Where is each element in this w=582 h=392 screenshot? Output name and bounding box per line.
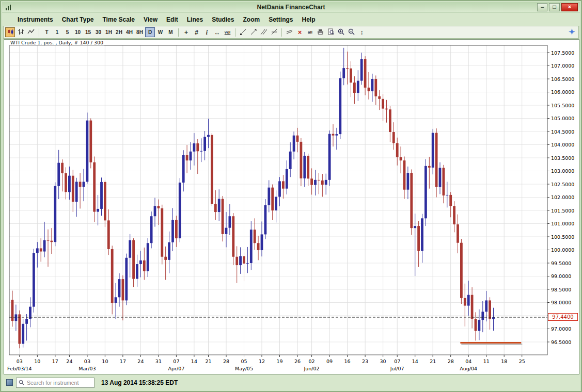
search-icon	[19, 378, 24, 387]
menu-settings[interactable]: Settings	[269, 16, 293, 23]
timeframe-4h-button[interactable]: 4H	[124, 27, 134, 37]
svg-text:02: 02	[309, 358, 315, 364]
svg-text:16: 16	[344, 358, 351, 364]
timeframe-daily-button[interactable]: D	[145, 27, 155, 37]
menu-edit[interactable]: Edit	[166, 16, 178, 23]
print-button[interactable]	[316, 27, 325, 37]
timeframe-15min-button[interactable]: 15	[83, 27, 93, 37]
parallel-lines-icon	[286, 29, 293, 36]
favorites-button[interactable]	[567, 27, 577, 37]
zoom-in-button[interactable]	[336, 27, 346, 37]
draw-ray-button[interactable]	[248, 27, 258, 37]
timeframe-1min-button[interactable]: 1	[52, 27, 62, 37]
svg-text:18: 18	[501, 358, 507, 364]
info-button[interactable]: i	[202, 27, 212, 37]
svg-text:14: 14	[412, 358, 418, 364]
menu-help[interactable]: Help	[302, 16, 315, 23]
current-price-tag: 97.4400	[548, 313, 578, 321]
ohlc-bars-chart-button[interactable]	[15, 27, 25, 37]
svg-text:97.0000: 97.0000	[551, 326, 571, 332]
ray-icon	[250, 29, 257, 36]
menu-chart-type[interactable]: Chart Type	[62, 16, 94, 23]
menu-zoom[interactable]: Zoom	[243, 16, 260, 23]
svg-text:28: 28	[448, 358, 454, 364]
horizontal-expand-button[interactable]: ↔	[212, 27, 222, 37]
crosshair-button[interactable]: +	[181, 27, 191, 37]
svg-text:99.5000: 99.5000	[551, 260, 571, 266]
price-chart[interactable]: 96.500097.000097.500098.000098.500099.00…	[4, 40, 579, 374]
svg-text:05: 05	[241, 358, 247, 364]
grid-toggle-button[interactable]: #	[192, 27, 201, 37]
auto-scale-button[interactable]: ↕	[357, 27, 367, 37]
show-all-icon: all	[308, 30, 312, 35]
volume-button[interactable]: vol	[223, 27, 232, 37]
chart-panel: WTI Crude 1. pos. , Daily, # 140 / 300 9…	[4, 39, 579, 374]
timeframe-tick-button[interactable]: T	[42, 27, 52, 37]
svg-text:03: 03	[84, 358, 90, 364]
timeframe-2h-button[interactable]: 2H	[114, 27, 124, 37]
timeframe-monthly-button[interactable]: M	[166, 27, 176, 37]
svg-text:09: 09	[326, 358, 333, 364]
svg-text:03: 03	[17, 358, 23, 364]
line-chart-button[interactable]	[26, 27, 36, 37]
menu-time-scale[interactable]: Time Scale	[102, 16, 134, 23]
volume-icon: vol	[225, 30, 231, 35]
maximize-button[interactable]: □	[549, 3, 560, 11]
menu-view[interactable]: View	[144, 16, 158, 23]
instrument-list-icon[interactable]	[6, 379, 13, 386]
svg-text:101.0000: 101.0000	[551, 221, 574, 226]
svg-text:107.5000: 107.5000	[551, 50, 574, 56]
timeframe-8h-button[interactable]: 8H	[135, 27, 145, 37]
timeframe-weekly-button[interactable]: W	[155, 27, 165, 37]
svg-text:26: 26	[294, 358, 301, 364]
svg-text:103.0000: 103.0000	[551, 168, 574, 174]
info-icon: i	[206, 29, 208, 36]
svg-text:May/05: May/05	[235, 366, 253, 371]
svg-text:98.0000: 98.0000	[551, 300, 571, 305]
draw-channel-button[interactable]	[259, 27, 269, 37]
menu-instruments[interactable]: Instruments	[18, 16, 53, 23]
delete-icon: ×	[298, 29, 302, 36]
svg-text:100.5000: 100.5000	[551, 234, 574, 240]
svg-text:104.5000: 104.5000	[551, 129, 574, 135]
toolbar-separator	[281, 28, 282, 37]
search-box	[16, 378, 95, 388]
timeframe-1h-button[interactable]: 1H	[104, 27, 114, 37]
line-chart-icon	[27, 28, 35, 36]
menu-studies[interactable]: Studies	[212, 16, 234, 23]
title-bar[interactable]: NetDania FinanceChart – □ ×	[2, 2, 580, 12]
close-button[interactable]: ×	[561, 3, 578, 11]
svg-text:96.5000: 96.5000	[551, 339, 571, 345]
menu-lines[interactable]: Lines	[187, 16, 203, 23]
crosshair-icon: +	[184, 29, 188, 36]
toolbar: T 1 5 10 15 30 1H 2H 4H 8H D W M + # i ↔…	[3, 26, 579, 39]
timeframe-30min-button[interactable]: 30	[93, 27, 103, 37]
svg-text:07: 07	[173, 358, 179, 364]
svg-text:21: 21	[205, 358, 211, 364]
delete-lines-button[interactable]: ×	[295, 27, 305, 37]
svg-text:103.5000: 103.5000	[551, 155, 574, 161]
print-preview-button[interactable]	[326, 27, 336, 37]
minimize-button[interactable]: –	[537, 3, 547, 11]
svg-text:30: 30	[380, 358, 386, 364]
svg-text:102.0000: 102.0000	[551, 194, 574, 200]
channel-icon	[260, 29, 267, 36]
parallel-lines-button[interactable]	[285, 27, 294, 37]
menu-bar: Instruments Chart Type Time Scale View E…	[2, 13, 580, 26]
candlestick-chart-button[interactable]	[5, 27, 15, 37]
show-all-labels-button[interactable]: all	[305, 27, 315, 37]
printer-icon	[317, 29, 324, 36]
zoom-out-button[interactable]	[347, 27, 356, 37]
svg-text:24: 24	[66, 358, 72, 364]
draw-cross-line-button[interactable]	[269, 27, 279, 37]
svg-text:Feb/03/14: Feb/03/14	[7, 366, 32, 371]
timeframe-10min-button[interactable]: 10	[73, 27, 83, 37]
zoom-out-icon	[348, 28, 355, 36]
timeframe-5min-button[interactable]: 5	[62, 27, 72, 37]
svg-text:Apr/07: Apr/07	[168, 366, 185, 371]
svg-text:21: 21	[430, 358, 436, 364]
svg-text:Aug/04: Aug/04	[460, 366, 477, 371]
svg-text:14: 14	[191, 358, 197, 364]
search-input[interactable]	[26, 379, 92, 386]
draw-trendline-button[interactable]	[238, 27, 248, 37]
